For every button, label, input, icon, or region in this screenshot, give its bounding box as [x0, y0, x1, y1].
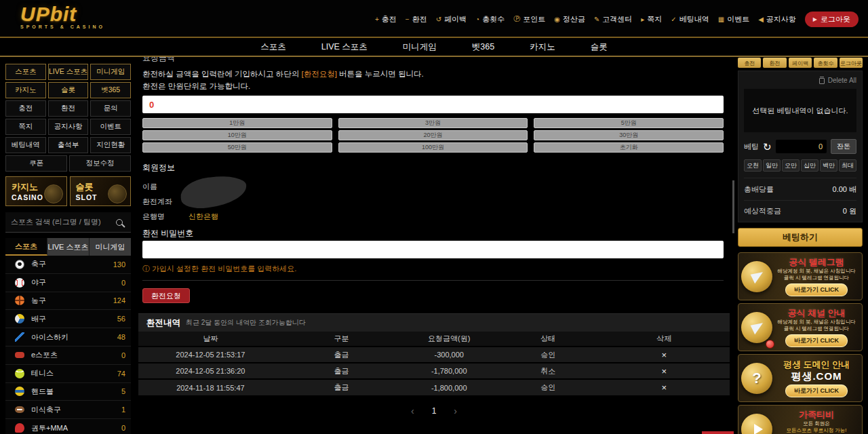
delete-row-button[interactable]: ×: [661, 366, 667, 376]
top-menu-support[interactable]: ✎고객센터: [594, 14, 632, 24]
casino-banner[interactable]: 카지노 CASINO: [5, 176, 67, 206]
amount-button-300k[interactable]: 30만원: [534, 130, 724, 140]
domain-banner[interactable]: ? 평생 도메인 안내 평생.COM 바로가기 CLICK: [738, 354, 863, 402]
slip-withdraw-button[interactable]: 환전: [763, 58, 786, 68]
top-menu-payback[interactable]: ↺페이백: [436, 14, 467, 24]
sport-row-boxing-mma[interactable]: 권투+MMA0: [5, 419, 131, 434]
nav-slot[interactable]: 슬롯: [591, 41, 608, 53]
sport-row-tennis[interactable]: 테니스74: [5, 365, 131, 383]
nav-casino[interactable]: 카지노: [530, 41, 555, 53]
member-info-section: 회원정보 이름 환전계좌 은행명신한은행: [142, 162, 414, 224]
withdraw-request-button[interactable]: 환전요청: [142, 288, 190, 303]
sidebar-item-minigame[interactable]: 미니게임: [90, 64, 131, 80]
sport-row-handball[interactable]: 핸드볼5: [5, 383, 131, 401]
tab-live-sports[interactable]: LIVE 스포츠: [47, 238, 90, 256]
sports-search-input[interactable]: 스포츠 검색 (리그명 / 팀명): [5, 212, 131, 233]
sport-row-soccer[interactable]: 축구130: [5, 256, 131, 274]
sidebar-item-bet365[interactable]: 벳365: [90, 82, 131, 98]
delete-row-button[interactable]: ×: [661, 350, 667, 360]
top-menu-message[interactable]: ▸쪽지: [641, 14, 662, 24]
prev-page-button[interactable]: ‹: [411, 406, 414, 416]
sidebar-item-event[interactable]: 이벤트: [90, 119, 131, 135]
settlement-icon: ◉: [554, 16, 560, 23]
top-menu-total-count[interactable]: ◔총횟수: [475, 14, 505, 24]
refresh-icon[interactable]: ↻: [763, 142, 772, 152]
next-page-button[interactable]: ›: [454, 406, 457, 416]
sidebar-item-sports[interactable]: 스포츠: [5, 64, 46, 80]
top-menu-notice[interactable]: ◀공지사항: [758, 14, 796, 24]
chip-1m[interactable]: 백만: [820, 159, 837, 172]
chip-10k[interactable]: 일만: [763, 159, 781, 172]
tab-sports[interactable]: 스포츠: [5, 238, 47, 256]
nav-minigame[interactable]: 미니게임: [403, 41, 437, 53]
top-menu-event[interactable]: ▦이벤트: [718, 14, 749, 24]
sidebar-menu-grid: 스포츠 LIVE 스포츠 미니게임 카지노 슬롯 벳365 충전 환전 문의 쪽…: [5, 64, 131, 153]
nav-bet365[interactable]: 벳365: [472, 41, 494, 53]
sidebar-item-deposit[interactable]: 충전: [5, 100, 46, 117]
delete-all-button[interactable]: Delete All: [744, 75, 856, 85]
sport-row-volleyball[interactable]: 배구56: [5, 310, 131, 328]
nav-live-sports[interactable]: LIVE 스포츠: [321, 41, 368, 53]
sidebar-item-notice[interactable]: 공지사항: [48, 119, 89, 135]
sport-row-ice-hockey[interactable]: 아이스하키48: [5, 328, 131, 347]
promo-cta-button[interactable]: 바로가기 CLICK: [785, 384, 848, 397]
sport-row-esports[interactable]: e스포츠0: [5, 347, 131, 365]
amount-button-30k[interactable]: 3만원: [338, 118, 528, 128]
chip-max[interactable]: 최대: [839, 159, 856, 172]
withdraw-amount-input[interactable]: 0: [142, 96, 724, 113]
sport-row-football[interactable]: 미식축구1: [5, 401, 131, 419]
sidebar-item-casino[interactable]: 카지노: [5, 82, 46, 98]
promo-cta-button[interactable]: 바로가기 CLICK: [785, 283, 848, 296]
bet-amount-input[interactable]: 0: [776, 140, 827, 153]
promo-cta-button[interactable]: 바로가기 CLICK: [785, 334, 848, 347]
slip-logout-button[interactable]: 로그아웃: [840, 58, 863, 68]
amount-button-10k[interactable]: 1만원: [142, 118, 332, 128]
withdraw-password-input[interactable]: [142, 241, 724, 258]
sidebar-item-message[interactable]: 쪽지: [5, 119, 46, 135]
top-menu-settlement[interactable]: ◉정산금: [554, 14, 585, 24]
search-icon[interactable]: [116, 219, 123, 226]
sport-name: 축구: [31, 259, 46, 269]
top-menu-points[interactable]: Ⓟ포인트: [513, 14, 545, 24]
scrollbar-thumb[interactable]: [732, 180, 734, 233]
logout-button[interactable]: ▶로그아웃: [805, 12, 859, 27]
sidebar-item-bet-history[interactable]: 베팅내역: [5, 137, 46, 153]
telegram-banner[interactable]: 공식 텔레그램 해당계정 외 봇, 채널은 사칭입니다 클릭 시 텔레그램 연결…: [738, 252, 863, 300]
current-page[interactable]: 1: [432, 406, 437, 416]
place-bet-button[interactable]: 베팅하기: [738, 228, 863, 247]
sidebar-item-attendance[interactable]: 출석부: [48, 137, 89, 153]
sidebar-item-referral[interactable]: 지인현황: [90, 137, 131, 153]
official-channel-banner[interactable]: 공식 채널 안내 해당계정 외 봇, 채널은 사칭입니다 클릭 시 텔레그램 연…: [738, 303, 863, 351]
amount-button-50k[interactable]: 5만원: [534, 118, 724, 128]
slot-banner[interactable]: 슬롯 SLOT: [70, 176, 132, 206]
tab-minigame[interactable]: 미니게임: [90, 238, 131, 256]
sport-row-baseball[interactable]: 야구0: [5, 274, 131, 292]
chip-5k[interactable]: 오천: [744, 159, 762, 172]
family-tv-banner[interactable]: 가족티비 모든 회원은 모든스포츠 무료시청 가능! 바로가기 CLICK: [738, 405, 863, 434]
top-menu-withdraw[interactable]: −환전: [406, 14, 427, 24]
nav-sports[interactable]: 스포츠: [260, 41, 286, 53]
site-logo[interactable]: UPbit SPORTS & CASINO: [20, 4, 105, 29]
sidebar-item-slot[interactable]: 슬롯: [48, 82, 89, 98]
chip-50k[interactable]: 오만: [782, 159, 800, 172]
chip-100k[interactable]: 십만: [801, 159, 818, 172]
amount-button-500k[interactable]: 50만원: [142, 142, 332, 153]
amount-button-1m[interactable]: 100만원: [338, 142, 528, 153]
sidebar-item-profile-edit[interactable]: 정보수정: [69, 155, 131, 172]
sidebar-item-withdraw[interactable]: 환전: [48, 100, 89, 117]
sidebar-item-inquiry[interactable]: 문의: [90, 100, 131, 117]
change-button[interactable]: 잔돈: [831, 139, 856, 154]
slip-count-button[interactable]: 총횟수: [814, 58, 837, 68]
amount-button-200k[interactable]: 20만원: [338, 130, 528, 140]
amount-button-100k[interactable]: 10만원: [142, 130, 332, 140]
amount-reset-button[interactable]: 초기화: [534, 142, 724, 153]
top-menu-deposit[interactable]: +충전: [375, 14, 397, 24]
slip-payback-button[interactable]: 페이백: [789, 58, 812, 68]
partial-red-button[interactable]: [702, 431, 734, 434]
sidebar-item-coupon[interactable]: 쿠폰: [5, 155, 67, 172]
top-menu-bet-history[interactable]: ✓베팅내역: [671, 14, 709, 24]
delete-row-button[interactable]: ×: [661, 382, 667, 393]
sidebar-item-live-sports[interactable]: LIVE 스포츠: [48, 64, 89, 80]
slip-deposit-button[interactable]: 충전: [738, 58, 761, 68]
sport-row-basketball[interactable]: 농구124: [5, 292, 131, 311]
